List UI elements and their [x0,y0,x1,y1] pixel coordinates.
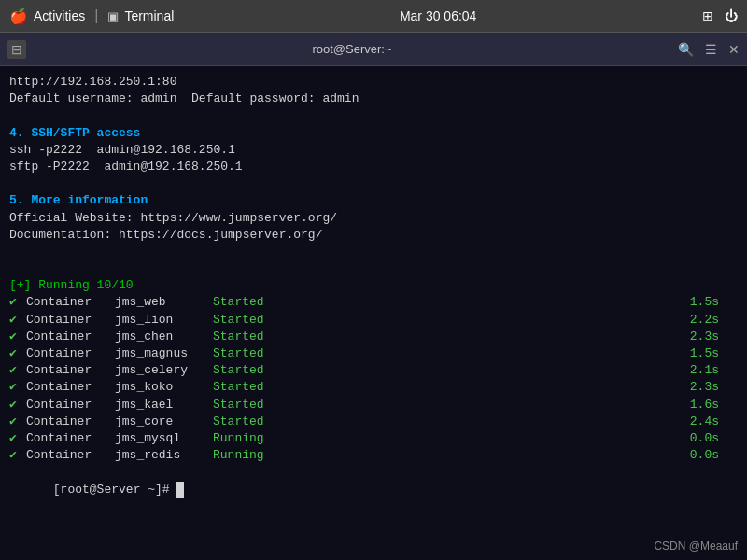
container-name: jms_redis [115,447,213,464]
check-icon: ✔ [9,413,26,430]
container-status: Started [213,312,288,329]
running-header: [+] Running 10/10 [9,277,738,294]
close-icon[interactable]: ✕ [728,42,740,57]
documentation: Documentation: https://docs.jumpserver.o… [9,227,738,244]
titlebar-left: ⊟ [7,40,26,59]
container-time: 1.6s [690,397,738,413]
container-label: Container [26,312,115,329]
container-row: ✔ Container jms_redis Running 0.0s [9,447,738,464]
check-icon: ✔ [9,379,26,396]
titlebar-controls: 🔍 ☰ ✕ [678,42,740,57]
terminal-icon: ▣ [107,9,119,23]
container-label: Container [26,397,115,413]
blank-line-3 [9,260,738,277]
container-time: 0.0s [690,430,738,447]
prompt-text: [root@Server ~]# [53,483,177,497]
container-row: ✔ Container jms_celery Started 2.1s [9,362,738,379]
output-line-3 [9,107,738,124]
check-icon: ✔ [9,294,26,311]
container-name: jms_celery [115,362,213,379]
terminal-label[interactable]: Terminal [124,8,174,23]
menu-icon[interactable]: ☰ [705,42,717,57]
container-status: Started [213,413,288,430]
section4-header: 4. SSH/SFTP access [9,125,738,142]
container-label: Container [26,413,115,430]
container-list: ✔ Container jms_web Started 1.5s ✔ Conta… [9,294,738,464]
activities-icon: 🍎 [9,7,28,25]
container-name: jms_koko [115,379,213,396]
activities-label[interactable]: Activities [34,8,85,23]
container-row: ✔ Container jms_koko Started 2.3s [9,379,738,396]
topbar-left: 🍎 Activities | ▣ Terminal [9,7,174,25]
container-time: 1.5s [690,294,738,311]
output-line-1: http://192.168.250.1:80 [9,74,738,91]
container-status: Started [213,329,288,345]
check-icon: ✔ [9,430,26,447]
container-row: ✔ Container jms_lion Started 2.2s [9,312,738,329]
container-label: Container [26,447,115,464]
check-icon: ✔ [9,397,26,413]
topbar-datetime: Mar 30 06:04 [400,8,477,23]
container-time: 2.2s [690,312,738,329]
container-name: jms_magnus [115,345,213,362]
section5-header: 5. More information [9,192,738,209]
top-bar: 🍎 Activities | ▣ Terminal Mar 30 06:04 ⊞… [0,0,747,33]
check-icon: ✔ [9,362,26,379]
check-icon: ✔ [9,345,26,362]
prompt-line: [root@Server ~]# [9,464,738,515]
container-row: ✔ Container jms_mysql Running 0.0s [9,430,738,447]
container-status: Started [213,362,288,379]
terminal-title: root@Server:~ [26,42,678,56]
container-status: Started [213,397,288,413]
container-label: Container [26,430,115,447]
ssh-cmd: ssh -p2222 admin@192.168.250.1 [9,142,738,159]
output-line-2: Default username: admin Default password… [9,91,738,107]
container-name: jms_core [115,413,213,430]
window-icon: ⊟ [7,40,26,59]
container-time: 0.0s [690,447,738,464]
container-time: 2.1s [690,362,738,379]
container-row: ✔ Container jms_web Started 1.5s [9,294,738,311]
watermark: CSDN @Meaauf [654,539,738,553]
container-row: ✔ Container jms_magnus Started 1.5s [9,345,738,362]
search-icon[interactable]: 🔍 [678,42,694,57]
sftp-cmd: sftp -P2222 admin@192.168.250.1 [9,159,738,175]
container-row: ✔ Container jms_core Started 2.4s [9,413,738,430]
container-time: 2.4s [690,413,738,430]
container-time: 2.3s [690,379,738,396]
container-status: Started [213,345,288,362]
container-label: Container [26,345,115,362]
container-status: Started [213,294,288,311]
topbar-right: ⊞ ⏻ [702,8,738,23]
container-status: Running [213,430,288,447]
check-icon: ✔ [9,329,26,345]
container-time: 1.5s [690,345,738,362]
container-label: Container [26,362,115,379]
topbar-sep: | [94,7,98,24]
container-label: Container [26,379,115,396]
network-icon[interactable]: ⊞ [702,8,713,23]
terminal-window: ⊟ root@Server:~ 🔍 ☰ ✕ http://192.168.250… [0,33,747,560]
container-label: Container [26,294,115,311]
blank-line-1 [9,175,738,192]
container-name: jms_kael [115,397,213,413]
container-label: Container [26,329,115,345]
container-name: jms_web [115,294,213,311]
cursor [176,482,184,498]
container-time: 2.3s [690,329,738,345]
container-row: ✔ Container jms_kael Started 1.6s [9,397,738,413]
container-status: Running [213,447,288,464]
check-icon: ✔ [9,447,26,464]
container-row: ✔ Container jms_chen Started 2.3s [9,329,738,345]
container-name: jms_mysql [115,430,213,447]
check-icon: ✔ [9,312,26,329]
terminal-titlebar: ⊟ root@Server:~ 🔍 ☰ ✕ [0,33,747,66]
power-icon[interactable]: ⏻ [725,8,738,23]
container-name: jms_chen [115,329,213,345]
container-name: jms_lion [115,312,213,329]
container-status: Started [213,379,288,396]
terminal-content: http://192.168.250.1:80 Default username… [0,66,747,560]
official-website: Official Website: https://www.jumpserver… [9,210,738,227]
blank-line-2 [9,244,738,260]
